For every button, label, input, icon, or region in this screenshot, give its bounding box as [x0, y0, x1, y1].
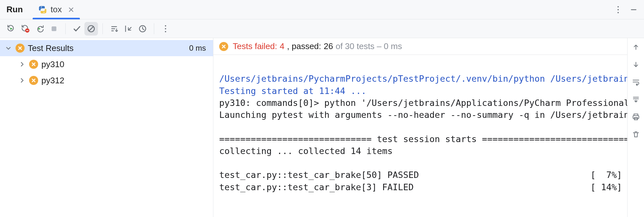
- soft-wrap-icon[interactable]: [629, 76, 642, 88]
- up-icon[interactable]: [629, 41, 642, 54]
- svg-point-4: [617, 12, 619, 13]
- summary-passed-label: , passed:: [287, 41, 321, 51]
- toolbar-separator: [102, 23, 103, 34]
- status-failed-icon: [219, 42, 228, 51]
- scroll-to-end-icon[interactable]: [629, 93, 642, 106]
- tab-label: tox: [51, 5, 62, 15]
- test-history-button[interactable]: [136, 22, 149, 36]
- svg-point-0: [41, 6, 42, 7]
- tab-tox[interactable]: tox: [33, 0, 80, 19]
- test-toolbar: [0, 19, 644, 38]
- toolbar-separator: [65, 23, 66, 34]
- console-pct: [ 14%]: [583, 181, 622, 193]
- status-failed-icon: [16, 44, 25, 53]
- tree-node-py312[interactable]: py312: [0, 72, 213, 88]
- tool-window-title: Run: [6, 5, 23, 15]
- console-right-toolbar: [627, 38, 644, 217]
- console-line: Launching pytest with arguments --no-hea…: [219, 110, 627, 120]
- console-line: Testing started at 11:44 ...: [219, 86, 366, 96]
- console-line: test_car.py::test_car_brake[3] FAILED: [219, 181, 583, 193]
- svg-point-12: [165, 31, 166, 32]
- tree-root-time: 0 ms: [189, 44, 206, 53]
- console-pct: [ 7%]: [583, 169, 622, 181]
- console-line: /Users/jetbrains/PycharmProjects/pTestPr…: [219, 74, 627, 84]
- tree-root-label: Test Results: [28, 43, 74, 53]
- summary-passed-count: 26: [324, 41, 333, 51]
- test-summary-bar: Tests failed: 4, passed: 26 of 30 tests …: [213, 38, 627, 55]
- console-line: ============================= test sessi…: [219, 134, 627, 144]
- trash-icon[interactable]: [629, 128, 642, 141]
- toggle-auto-test-button[interactable]: [33, 22, 47, 36]
- console-output[interactable]: /Users/jetbrains/PycharmProjects/pTestPr…: [213, 55, 627, 217]
- svg-point-1: [43, 12, 44, 13]
- svg-rect-14: [633, 116, 639, 119]
- console-line: py310: commands[0]> python '/Users/jetbr…: [219, 98, 627, 108]
- svg-rect-7: [52, 26, 57, 31]
- tree-node-py310[interactable]: py310: [0, 56, 213, 72]
- rerun-button[interactable]: [5, 22, 18, 36]
- toolbar-more-icon[interactable]: [159, 22, 172, 36]
- test-tree-pane: Test Results 0 ms py310 py312: [0, 38, 213, 217]
- sort-button[interactable]: [107, 22, 121, 36]
- chevron-right-icon: [18, 60, 26, 68]
- console-line: collecting ... collected 14 items: [219, 146, 392, 156]
- chevron-down-icon: [5, 44, 12, 52]
- chevron-right-icon: [18, 77, 26, 84]
- stop-button[interactable]: [47, 22, 61, 36]
- tree-node-label: py310: [41, 59, 64, 69]
- import-tests-button[interactable]: [122, 22, 135, 36]
- console-line: test_car.py::test_car_brake[50] PASSED: [219, 169, 583, 181]
- svg-rect-6: [26, 30, 28, 31]
- toolbar-separator: [154, 23, 154, 34]
- rerun-failed-button[interactable]: [19, 22, 32, 36]
- svg-point-10: [165, 25, 166, 26]
- show-ignored-button[interactable]: [84, 22, 98, 36]
- svg-point-11: [165, 28, 166, 29]
- console-pane: Tests failed: 4, passed: 26 of 30 tests …: [213, 38, 627, 217]
- status-failed-icon: [29, 76, 38, 85]
- tree-root-test-results[interactable]: Test Results 0 ms: [0, 40, 213, 56]
- status-failed-icon: [29, 60, 38, 69]
- svg-point-2: [617, 6, 619, 7]
- minimize-icon[interactable]: [627, 3, 640, 16]
- close-tab-icon[interactable]: [68, 7, 74, 13]
- svg-point-3: [617, 9, 619, 10]
- main-split: Test Results 0 ms py310 py312: [0, 38, 644, 217]
- more-icon[interactable]: [612, 3, 625, 16]
- down-icon[interactable]: [629, 58, 642, 71]
- summary-failed-count: 4: [280, 41, 284, 51]
- python-tox-icon: [38, 5, 47, 14]
- print-icon[interactable]: [629, 110, 642, 123]
- tool-window-tabbar: Run tox: [0, 0, 644, 19]
- tree-node-label: py312: [41, 76, 64, 86]
- show-passed-button[interactable]: [70, 22, 84, 36]
- summary-failed-label: Tests failed:: [233, 41, 277, 51]
- summary-of-text: of 30 tests – 0 ms: [336, 41, 402, 51]
